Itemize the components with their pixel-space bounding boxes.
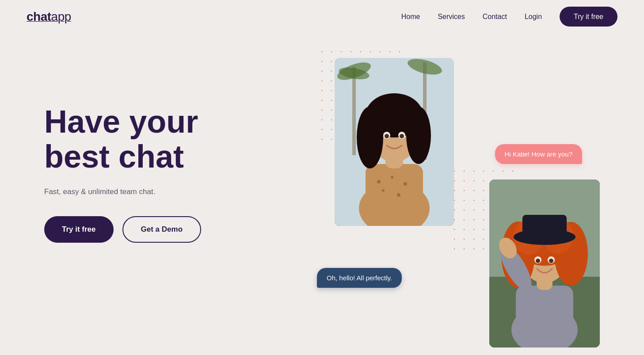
hero-content: Have your best chat Fast, easy & unlimit… (44, 51, 201, 243)
svg-point-18 (391, 176, 393, 179)
nav-link-home[interactable]: Home (401, 13, 420, 20)
svg-rect-35 (522, 215, 567, 239)
svg-rect-25 (516, 286, 573, 347)
svg-point-19 (404, 182, 407, 186)
svg-point-39 (549, 259, 553, 263)
nav-links: Home Services Contact Login Try it free (401, 13, 617, 21)
try-free-button[interactable]: Try it free (44, 216, 114, 243)
hero-buttons: Try it free Get a Demo (44, 216, 201, 243)
nav-link-contact[interactable]: Contact (483, 13, 507, 20)
chat-bubble-reply: Oh, hello! All perfectly. (317, 268, 402, 288)
logo-app: app (51, 10, 71, 23)
nav-item-home[interactable]: Home (401, 13, 420, 21)
nav-cta[interactable]: Try it free (560, 13, 617, 21)
logo[interactable]: chatapp (27, 10, 71, 24)
nav-link-login[interactable]: Login (525, 13, 542, 20)
nav-link-services[interactable]: Services (438, 13, 465, 20)
hero-visual: Hi Katie! How are you? (308, 47, 617, 355)
hero-subtitle: Fast, easy & unlimited team chat. (44, 187, 201, 196)
chat-bubble-greeting: Hi Katie! How are you? (495, 144, 582, 164)
svg-point-21 (397, 193, 400, 197)
get-demo-button[interactable]: Get a Demo (122, 216, 201, 243)
nav-item-contact[interactable]: Contact (483, 13, 507, 21)
svg-point-20 (382, 189, 385, 192)
chat-bubble-greeting-text: Hi Katie! How are you? (505, 150, 572, 158)
navbar: chatapp Home Services Contact Login Try … (0, 0, 644, 34)
hero-title-line2: best chat (44, 139, 184, 174)
hero-title-line1: Have your (44, 104, 198, 139)
photo-woman-1 (335, 58, 454, 226)
nav-item-login[interactable]: Login (525, 13, 542, 21)
svg-rect-7 (366, 164, 423, 226)
logo-chat: chat (27, 10, 51, 23)
photo-woman-2 (489, 179, 600, 347)
nav-item-services[interactable]: Services (438, 13, 465, 21)
chat-bubble-reply-text: Oh, hello! All perfectly. (327, 274, 392, 282)
svg-point-11 (357, 107, 383, 168)
hero-section: Have your best chat Fast, easy & unlimit… (0, 34, 644, 355)
hero-title: Have your best chat (44, 104, 201, 174)
svg-rect-1 (352, 67, 356, 155)
svg-point-16 (400, 134, 404, 138)
svg-point-38 (536, 259, 540, 263)
nav-try-button[interactable]: Try it free (560, 7, 617, 27)
svg-point-17 (377, 180, 381, 183)
svg-point-15 (385, 134, 389, 138)
svg-point-12 (406, 107, 431, 164)
